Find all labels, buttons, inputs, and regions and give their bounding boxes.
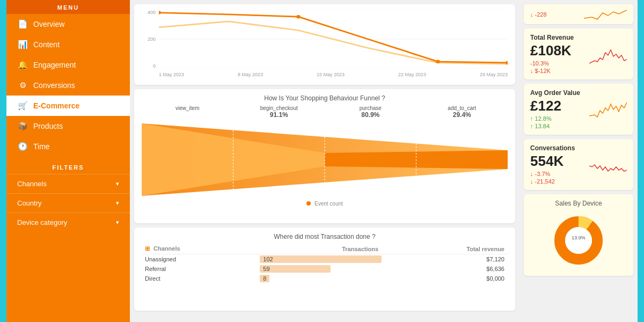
chart-svg-area: [159, 10, 508, 69]
channel-cell-2: Direct: [142, 274, 260, 283]
table-row: Unassigned 102 $7,120: [142, 254, 508, 265]
svg-text:13.9%: 13.9%: [572, 235, 586, 240]
teal-right-strip: [638, 0, 644, 322]
top-kpi-card: ↓ -228: [524, 4, 633, 24]
funnel-stage-3: add_to_cart 29.4%: [416, 105, 508, 119]
ecommerce-icon: 🛒: [17, 101, 28, 111]
conversions-icon: ⚙: [17, 80, 28, 90]
rev-cell-0: $7,120: [382, 254, 508, 265]
total-revenue-value: £108K: [530, 42, 572, 59]
products-icon: 📦: [17, 121, 28, 131]
sidebar-menu-title: MENU: [6, 0, 130, 14]
conversations-title: Conversations: [530, 144, 627, 152]
total-revenue-card: Total Revenue £108K -10.3% ↓ $-12K: [524, 28, 633, 79]
tx-bar-cell-1: 59: [260, 264, 382, 274]
svg-point-4: [296, 15, 301, 19]
avg-order-value: £122: [530, 98, 561, 114]
channels-filter[interactable]: Channels ▾: [6, 174, 130, 193]
rev-cell-1: $6,636: [382, 264, 508, 274]
main-content: 400 200 0: [130, 0, 638, 322]
country-filter[interactable]: Country ▾: [6, 193, 130, 213]
time-icon: 🕐: [17, 142, 28, 151]
total-revenue-change2: ↓ $-12K: [530, 68, 572, 74]
transaction-title: Where did most Transaction done ?: [142, 233, 508, 240]
svg-point-12: [565, 227, 592, 254]
funnel-stage-0: view_item: [142, 105, 233, 119]
avg-order-card: Avg Order Value £122 ↑ 12.8% ↑ 13.84: [524, 84, 633, 135]
sidebar-item-content[interactable]: 📊 Content: [6, 34, 130, 55]
engagement-icon: 🔔: [17, 60, 28, 70]
channels-chevron-icon: ▾: [116, 180, 119, 187]
funnel-title: How Is Your Shopping Behaviour Funnel ?: [142, 94, 508, 102]
line-chart-panel: 400 200 0: [134, 4, 515, 85]
line-chart: 400 200 0: [142, 10, 508, 79]
funnel-stage-2: purchase 80.9%: [325, 105, 416, 119]
funnel-panel: How Is Your Shopping Behaviour Funnel ? …: [134, 89, 515, 223]
avg-order-title: Avg Order Value: [530, 89, 627, 97]
transaction-panel: Where did most Transaction done ? ⊞ Chan…: [134, 228, 515, 311]
sidebar-item-engagement[interactable]: 🔔 Engagement: [6, 55, 130, 75]
x-axis-labels: 1 May 2023 8 May 2023 15 May 2023 22 May…: [159, 70, 508, 79]
sidebar-item-conversions[interactable]: ⚙ Conversions: [6, 75, 130, 96]
overview-icon: 📄: [17, 19, 28, 29]
tx-bar-cell-0: 102: [260, 254, 382, 265]
total-revenue-change1: -10.3%: [530, 60, 572, 67]
table-row: Referral 59 $6,636: [142, 264, 508, 274]
content-icon: 📊: [17, 40, 28, 49]
donut-title: Sales By Device: [531, 200, 626, 207]
svg-point-3: [159, 11, 161, 14]
col-tx-header: Transactions: [260, 244, 382, 254]
conversations-change1: ↓ -3.7%: [530, 171, 564, 177]
top-badge-value1: ↓ -228: [530, 11, 547, 18]
channel-cell-0: Unassigned: [142, 254, 260, 265]
device-chevron-icon: ▾: [116, 219, 119, 226]
conversations-value: 554K: [530, 153, 564, 170]
teal-left-strip: [0, 0, 6, 322]
funnel-stage-1: begin_checkout 91.1%: [233, 105, 325, 119]
funnel-dot-icon: [306, 201, 311, 206]
col-channel-header: ⊞ Channels: [142, 244, 260, 254]
svg-point-5: [436, 60, 440, 64]
y-axis-labels: 400 200 0: [142, 10, 158, 69]
center-panels: 400 200 0: [130, 0, 519, 322]
sidebar-item-time[interactable]: 🕐 Time: [6, 136, 130, 157]
transaction-table: ⊞ Channels Transactions Total revenue Un…: [142, 244, 508, 283]
table-row: Direct 8 $0,000: [142, 274, 508, 283]
rev-cell-2: $0,000: [382, 274, 508, 283]
country-chevron-icon: ▾: [116, 200, 119, 207]
avg-order-change1: ↑ 12.8%: [530, 115, 561, 122]
total-revenue-title: Total Revenue: [530, 34, 627, 41]
avg-order-change2: ↑ 13.84: [530, 123, 561, 129]
device-filter[interactable]: Device category ▾: [6, 213, 130, 232]
sidebar-item-products[interactable]: 📦 Products: [6, 116, 130, 136]
col-rev-header: Total revenue: [382, 244, 508, 254]
sidebar: MENU 📄 Overview 📊 Content 🔔 Engagement ⚙…: [6, 0, 130, 322]
conversations-card: Conversations 554K ↓ -3.7% ↓ -21,542: [524, 139, 633, 190]
filters-title: FILTERS: [6, 159, 130, 174]
conversations-change2: ↓ -21,542: [530, 178, 564, 185]
right-panels: ↓ -228 Total Revenue £108K -10: [519, 0, 638, 322]
channel-cell-1: Referral: [142, 264, 260, 274]
donut-chart: 13.9%: [531, 210, 626, 270]
funnel-legend: Event count: [142, 201, 508, 207]
funnel-svg-container: [142, 121, 508, 199]
tx-bar-cell-2: 8: [260, 274, 382, 283]
sidebar-item-overview[interactable]: 📄 Overview: [6, 14, 130, 34]
sidebar-item-ecommerce[interactable]: 🛒 E-Commerce: [6, 96, 130, 116]
donut-panel: Sales By Device 13.9%: [524, 194, 633, 276]
